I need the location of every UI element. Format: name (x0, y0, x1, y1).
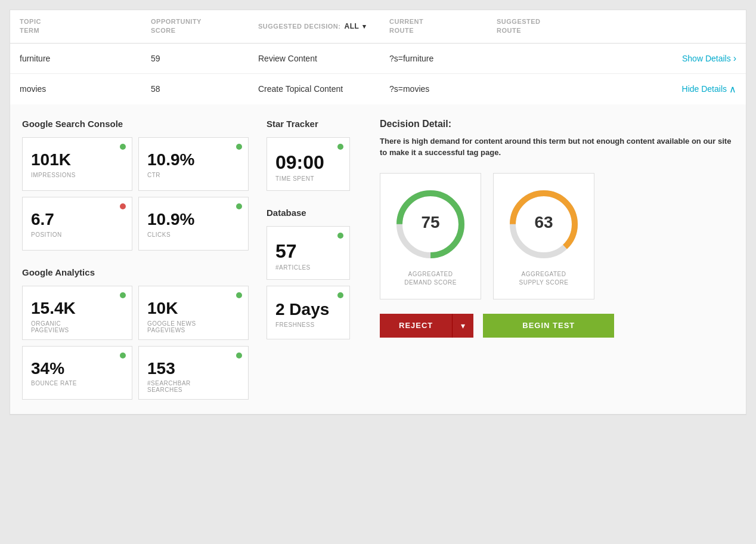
clicks-value: 10.9% (147, 211, 240, 229)
supply-gauge: 63 AGGREGATEDSUPPLY SCORE (493, 173, 594, 299)
table-row: furniture 59 Review Content ?s=furniture… (10, 44, 746, 74)
ga-card-news: 10K GOOGLE NEWSPAGEVIEWS (138, 286, 249, 340)
dot-green (236, 353, 242, 358)
details-panel: Google Search Console 101K IMPRESSIONS 1… (10, 104, 746, 415)
star-tracker-section: Star Tracker 09:00 TIME SPENT (267, 119, 362, 191)
reject-dropdown-button[interactable]: ▾ (452, 314, 473, 338)
decision-detail: Decision Detail: There is high demand fo… (380, 119, 734, 338)
gsc-section: Google Search Console 101K IMPRESSIONS 1… (22, 119, 249, 251)
table-row: movies 58 Create Topical Content ?s=movi… (10, 74, 746, 104)
gsc-card-position: 6.7 POSITION (22, 197, 132, 251)
header-opportunity-score: OPPORTUNITYSCORE (151, 17, 258, 36)
db-card-freshness: 2 Days FRESHNESS (267, 286, 350, 339)
position-label: POSITION (31, 231, 123, 238)
time-spent-label: TIME SPENT (275, 175, 341, 182)
reject-button-group: REJECT ▾ (380, 314, 473, 338)
chevron-right-icon: › (733, 53, 736, 64)
chevron-up-icon: ∧ (729, 84, 736, 95)
dot-green (120, 144, 126, 150)
demand-gauge: 75 AGGREGATEDDEMAND SCORE (380, 173, 481, 299)
header-current-route: CURRENTROUTE (389, 17, 497, 36)
freshness-label: FRESHNESS (275, 322, 341, 328)
dot-red (120, 203, 126, 209)
decision-furniture: Review Content (258, 54, 389, 63)
dot-green (236, 292, 242, 298)
gsc-card-clicks: 10.9% CLICKS (138, 197, 249, 251)
dot-green (236, 203, 242, 209)
gsc-card-impressions: 101K IMPRESSIONS (22, 137, 132, 191)
impressions-value: 101K (31, 151, 123, 169)
show-details-furniture[interactable]: Show Details › (497, 53, 736, 64)
dot-green (337, 144, 343, 150)
clicks-label: CLICKS (147, 231, 240, 238)
ctr-value: 10.9% (147, 151, 240, 169)
gsc-card-ctr: 10.9% CTR (138, 137, 249, 191)
db-cards: 57 #ARTICLES 2 Days FRESHNESS (267, 226, 362, 339)
dropdown-icon[interactable]: ▾ (362, 22, 367, 31)
ga-cards: 15.4K ORGANICPAGEVIEWS 10K GOOGLE NEWSPA… (22, 286, 249, 400)
news-pv-value: 10K (147, 299, 240, 318)
reject-button[interactable]: REJECT (380, 314, 452, 338)
dot-green (236, 144, 242, 150)
bounce-value: 34% (31, 360, 123, 378)
articles-label: #ARTICLES (275, 264, 341, 271)
db-card-articles: 57 #ARTICLES (267, 226, 350, 280)
impressions-label: IMPRESSIONS (31, 172, 123, 178)
articles-value: 57 (275, 241, 341, 262)
buttons-row: REJECT ▾ BEGIN TEST (380, 314, 734, 338)
ga-title: Google Analytics (22, 267, 249, 277)
ctr-label: CTR (147, 172, 240, 178)
searches-label: #SEARCHBARSEARCHES (147, 380, 240, 393)
term-movies: movies (20, 84, 151, 94)
time-spent-card: 09:00 TIME SPENT (267, 137, 350, 191)
database-title: Database (267, 208, 362, 218)
dot-green (337, 292, 343, 298)
ga-card-organic: 15.4K ORGANICPAGEVIEWS (22, 286, 132, 340)
bounce-label: BOUNCE RATE (31, 380, 123, 387)
svg-text:63: 63 (534, 213, 553, 231)
hide-details-movies[interactable]: Hide Details ∧ (497, 84, 736, 95)
table-header: TOPICTERM OPPORTUNITYSCORE SUGGESTED DEC… (10, 10, 746, 44)
dot-green (120, 292, 126, 298)
organic-pv-label: ORGANICPAGEVIEWS (31, 320, 123, 333)
gsc-title: Google Search Console (22, 119, 249, 129)
gsc-cards: 101K IMPRESSIONS 10.9% CTR 6.7 POSITION (22, 137, 249, 251)
score-movies: 58 (151, 84, 258, 94)
dot-green (120, 353, 126, 358)
ga-card-searches: 153 #SEARCHBARSEARCHES (138, 346, 249, 400)
dot-green (337, 233, 343, 239)
demand-gauge-svg: 75 (392, 186, 469, 263)
freshness-value: 2 Days (275, 301, 341, 319)
route-furniture: ?s=furniture (389, 54, 497, 63)
database-section: Database 57 #ARTICLES 2 Days FRESHNESS (267, 208, 362, 339)
organic-pv-value: 15.4K (31, 299, 123, 318)
header-suggested-route: SUGGESTEDROUTE (497, 17, 604, 36)
score-furniture: 59 (151, 54, 258, 63)
svg-text:75: 75 (421, 213, 439, 231)
decision-section: Decision Detail: There is high demand fo… (380, 119, 734, 400)
decision-title: Decision Detail: (380, 119, 734, 129)
main-container: TOPICTERM OPPORTUNITYSCORE SUGGESTED DEC… (10, 10, 746, 415)
searches-value: 153 (147, 360, 240, 378)
star-tracker-title: Star Tracker (267, 119, 362, 129)
supply-score-label: AGGREGATEDSUPPLY SCORE (519, 270, 569, 287)
gauges-row: 75 AGGREGATEDDEMAND SCORE 63 (380, 173, 734, 299)
begin-test-button[interactable]: BEGIN TEST (483, 314, 614, 338)
ga-card-bounce: 34% BOUNCE RATE (22, 346, 132, 400)
demand-score-label: AGGREGATEDDEMAND SCORE (404, 270, 457, 287)
supply-gauge-svg: 63 (505, 186, 583, 263)
ga-section: Google Analytics 15.4K ORGANICPAGEVIEWS … (22, 267, 249, 400)
header-suggested-decision: SUGGESTED DECISION: ALL ▾ (258, 17, 389, 36)
header-topic-term: TOPICTERM (20, 17, 151, 36)
news-pv-label: GOOGLE NEWSPAGEVIEWS (147, 320, 240, 333)
position-value: 6.7 (31, 211, 123, 229)
route-movies: ?s=movies (389, 84, 497, 94)
time-spent-value: 09:00 (275, 152, 341, 173)
term-furniture: furniture (20, 54, 151, 63)
decision-movies: Create Topical Content (258, 84, 389, 94)
decision-text: There is high demand for content around … (380, 135, 734, 159)
